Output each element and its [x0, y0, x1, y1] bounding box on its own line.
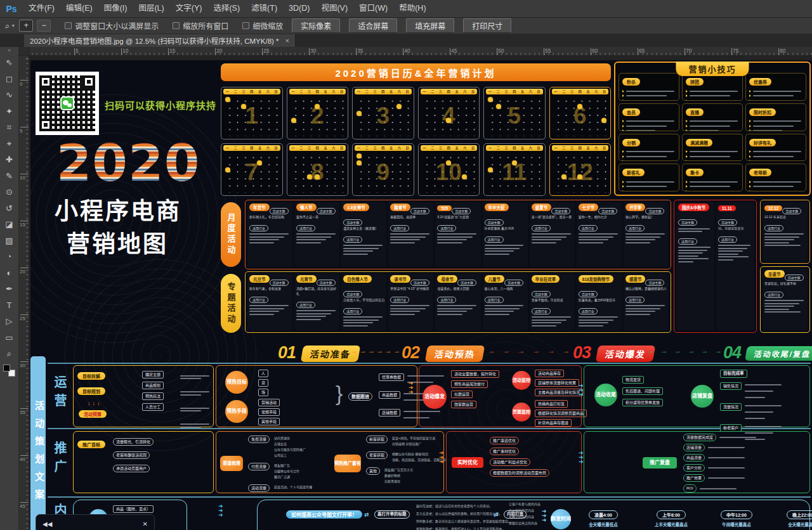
flow-text: 裂变+拼团，不花钱的裂变引流 [392, 436, 435, 441]
calendar-month-card: 一二三四五六日11 [483, 143, 546, 196]
highlight-date [488, 97, 493, 102]
menu-item[interactable]: 选择(S) [207, 0, 246, 17]
special-activities-label: 专题活动 [221, 274, 241, 333]
eraser-tool-icon[interactable]: ◪ [0, 216, 19, 233]
view-button[interactable]: 实际像素 [292, 18, 340, 33]
clone-stamp-tool-icon[interactable]: ⊙ [0, 184, 19, 200]
marquee-tool-icon[interactable]: ◻ [0, 71, 19, 87]
move-tool-icon[interactable]: ⇖ [0, 55, 19, 71]
tip-label: 集卡 [686, 169, 704, 176]
view-checkbox[interactable]: 缩放所有窗口 [173, 20, 228, 31]
festival-card: 年货节活动主题新年囤大礼，年货提前购适用行业 [247, 202, 292, 267]
flow-text: 自媒体公众号合作 [274, 469, 299, 474]
node [686, 160, 739, 161]
ruler-mark: 20 [20, 269, 25, 275]
lasso-tool-icon[interactable]: ∿ [0, 87, 19, 103]
view-checkbox[interactable]: 调整窗口大小以满屏显示 [65, 20, 159, 31]
festival-card: 3.8女神节活动主题遇见女神之美（做美丽）适用行业 [341, 202, 386, 267]
collapse-panel-icon[interactable]: » [8, 47, 10, 55]
dropdown-caret-icon[interactable]: ▼ [11, 23, 15, 28]
tip-label: 满减满赠 [686, 139, 712, 146]
menu-item[interactable]: 编辑(E) [60, 0, 98, 17]
flow-box: 货 [258, 379, 268, 387]
text-line [343, 250, 373, 252]
magic-wand-tool-icon[interactable]: ✦ [0, 103, 19, 120]
view-button[interactable]: 填充屏幕 [406, 18, 454, 33]
text-line [678, 231, 702, 232]
theme-text: 新年囤大礼，年货提前购 [249, 215, 291, 220]
zoom-in-button[interactable]: + [19, 20, 33, 32]
menu-item[interactable]: 视图(V) [315, 0, 353, 17]
close-tab-icon[interactable]: × [285, 37, 289, 44]
blur-tool-icon[interactable]: ◔ [0, 249, 19, 265]
path-select-tool-icon[interactable]: ▷ [0, 313, 19, 330]
checkbox-box[interactable] [173, 22, 180, 29]
festival-card: 感恩节活动主题确认过眼神，是最想感谢的人适用行业 [624, 274, 669, 330]
menu-item[interactable]: 图像(I) [98, 0, 133, 17]
festival-tag: 开学季 [625, 204, 646, 211]
eyedropper-tool-icon[interactable]: ⌖ [0, 136, 19, 152]
text-line [708, 477, 745, 479]
zoom-tool-icon[interactable]: ⌕ [0, 346, 19, 362]
menu-item[interactable]: 3D(D) [283, 0, 315, 17]
node: 朋友圈广告自媒体公众号合作腾讯广点通 [274, 463, 299, 480]
checkbox-label: 细微缩放 [252, 20, 283, 31]
zoom-tool-icon[interactable]: ⌕▼ [5, 21, 15, 31]
text-line [764, 233, 804, 235]
view-checkbox[interactable]: 细微缩放 [242, 20, 283, 31]
arrow-icon: ⇄ [494, 512, 499, 518]
gradient-tool-icon[interactable]: ▨ [0, 233, 19, 249]
menu-item[interactable]: 文字(Y) [170, 0, 208, 17]
theme-label: 活动主题 [785, 275, 804, 281]
text-line [296, 236, 331, 238]
dash: → [688, 347, 695, 354]
menu-item[interactable]: 滤镜(T) [246, 0, 283, 17]
document-tab[interactable]: 2020小程序电商营销地图.jpg @ 12.5% (扫码可以获得小程序扶持, … [24, 34, 296, 47]
crop-tool-icon[interactable]: ⌗ [0, 119, 19, 136]
menu-item[interactable]: 文件(F) [23, 0, 60, 17]
node: 群发时间 [551, 509, 571, 529]
color-swatches[interactable] [3, 365, 15, 377]
festival-tag: 元宵节 [296, 275, 317, 283]
healing-brush-tool-icon[interactable]: ✚ [0, 152, 19, 168]
rewind-icon[interactable]: ◀◀ [43, 520, 52, 527]
close-icon[interactable]: ✕ [143, 520, 148, 527]
pen-tool-icon[interactable]: ✒ [0, 281, 19, 297]
highlight-date [291, 118, 296, 123]
promo-optimize-box: 实时优化 推广渠道优化推广素材优化活动推广利益点优化根据数据及时调整活动页面布局 [446, 431, 582, 493]
text-line [296, 242, 321, 243]
view-button[interactable]: 打印尺寸 [463, 18, 511, 33]
text-line [437, 239, 467, 240]
node [708, 446, 745, 450]
shape-tool-icon[interactable]: ▭ [0, 330, 19, 346]
calendar-month-number: 1 [221, 93, 282, 139]
canvas-area[interactable]: 扫码可以获得小程序扶持 2020 小程序电商 营销地图 2020营销日历&全年营… [29, 56, 812, 530]
tip-label: 限时折扣 [749, 108, 776, 116]
text-line [753, 191, 782, 191]
checkbox-box[interactable] [242, 22, 249, 29]
time-note: 全天曝光最低点 [589, 521, 618, 527]
flow-box: 主推商品流量及转化情况 [535, 389, 583, 396]
flow-box: 销售情况 [720, 382, 742, 390]
flow-text: 裂变活动，个人号裂变传播 [274, 484, 312, 490]
type-tool-icon[interactable]: T [0, 297, 19, 314]
checkbox-box[interactable] [65, 22, 72, 29]
brush-tool-icon[interactable]: ✎ [0, 168, 19, 184]
menu-item[interactable]: 帮助(H) [393, 0, 431, 17]
history-brush-tool-icon[interactable]: ↺ [0, 200, 19, 217]
theme-text: 世界读书日 "4.23" 好书推荐 [390, 287, 431, 292]
content-main-box: 如何提高公众号图文打开率！ ⇄ 高打开率的标题 疑问互动式：阅读与自己有关的文章… [257, 500, 810, 530]
node [686, 100, 739, 101]
node [749, 181, 802, 183]
foreground-color-swatch[interactable] [3, 365, 10, 372]
menu-item[interactable]: 窗口(W) [353, 0, 393, 17]
bullet-icon [749, 185, 751, 188]
text-line [343, 322, 373, 323]
menu-item[interactable]: 图层(L) [133, 0, 169, 17]
view-button[interactable]: 适合屏幕 [349, 18, 397, 33]
text-line [764, 306, 794, 307]
promo-prepare-box: 推广目标 流量曝光、引流转化老客唤醒促活召回渗透活动页面用户 [73, 431, 214, 493]
dodge-tool-icon[interactable]: ◐ [0, 265, 19, 281]
zoom-out-button[interactable]: − [37, 20, 51, 32]
theme-label: 活动主题 [645, 280, 664, 286]
